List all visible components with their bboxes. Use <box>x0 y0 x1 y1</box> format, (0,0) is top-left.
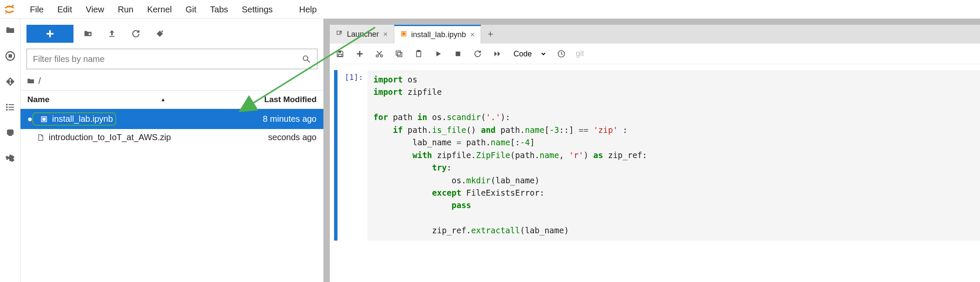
file-row[interactable]: introduction_to_IoT_at_AWS.zipseconds ag… <box>21 129 323 146</box>
main-area: Launcher×install_lab.ipynb× + Code git <box>324 19 980 282</box>
save-icon[interactable] <box>335 49 345 59</box>
svg-rect-14 <box>47 33 54 35</box>
svg-point-9 <box>6 106 8 108</box>
history-icon[interactable] <box>556 49 566 59</box>
file-list: ●install_lab.ipynb8 minutes agointroduct… <box>21 109 323 146</box>
svg-rect-38 <box>456 51 461 56</box>
cell-type-select[interactable]: Code <box>512 49 547 59</box>
svg-rect-35 <box>396 51 400 55</box>
running-icon[interactable] <box>5 50 16 62</box>
jupyterlab-app: FileEditViewRunKernelGitTabsSettingsHelp <box>0 0 980 282</box>
file-icon <box>36 133 45 142</box>
svg-rect-16 <box>88 34 91 35</box>
menu-edit[interactable]: Edit <box>50 0 79 19</box>
svg-line-19 <box>308 60 310 63</box>
git-sparkle-icon[interactable] <box>150 26 169 42</box>
new-launcher-button[interactable] <box>26 25 73 43</box>
cell-prompt: [1]: <box>337 70 367 241</box>
add-cell-icon[interactable] <box>355 49 365 59</box>
column-name[interactable]: Name <box>27 95 50 104</box>
tab-launcher[interactable]: Launcher× <box>330 25 394 44</box>
new-folder-icon[interactable] <box>79 26 97 42</box>
menu-git[interactable]: Git <box>179 0 203 19</box>
running-dot: ● <box>27 114 32 124</box>
file-name: install_lab.ipynb <box>52 114 113 124</box>
refresh-icon[interactable] <box>126 26 145 42</box>
svg-rect-12 <box>9 109 14 110</box>
notebook-toolbar: Code git <box>330 44 980 64</box>
external-link-icon <box>336 30 343 39</box>
svg-point-18 <box>303 56 308 61</box>
tab-label: Launcher <box>347 30 379 39</box>
new-tab-button[interactable]: + <box>481 25 500 44</box>
file-row[interactable]: ●install_lab.ipynb8 minutes ago <box>21 109 323 129</box>
menu-kernel[interactable]: Kernel <box>140 0 179 19</box>
code-cell[interactable]: [1]: import os import zipfile for path i… <box>334 70 980 241</box>
brain-icon[interactable] <box>5 127 16 138</box>
stop-icon[interactable] <box>453 49 463 59</box>
paste-icon[interactable] <box>414 49 424 59</box>
notebook[interactable]: [1]: import os import zipfile for path i… <box>330 64 980 282</box>
notebook-icon <box>39 115 49 124</box>
tab-label: install_lab.ipynb <box>411 30 466 39</box>
svg-rect-3 <box>9 54 12 58</box>
folder-icon[interactable] <box>5 25 16 36</box>
cell-code[interactable]: import os import zipfile for path in os.… <box>367 70 980 241</box>
svg-point-7 <box>6 104 8 106</box>
close-icon[interactable]: × <box>470 30 475 39</box>
file-name: introduction_to_IoT_at_AWS.zip <box>49 132 171 142</box>
svg-rect-8 <box>9 104 14 105</box>
jupyter-logo <box>3 3 15 15</box>
svg-rect-34 <box>398 52 402 56</box>
svg-rect-29 <box>357 53 363 54</box>
svg-rect-21 <box>43 118 45 120</box>
file-list-header: Name ▲ Last Modified <box>21 90 323 109</box>
close-icon[interactable]: × <box>383 30 388 39</box>
menu-view[interactable]: View <box>79 0 111 19</box>
breadcrumb[interactable]: / <box>21 73 323 90</box>
filter-input[interactable] <box>33 54 302 64</box>
upload-icon[interactable] <box>103 26 121 42</box>
svg-rect-27 <box>338 54 342 56</box>
menu-run[interactable]: Run <box>111 0 141 19</box>
svg-rect-26 <box>338 51 341 53</box>
filter-box[interactable] <box>26 49 317 69</box>
svg-rect-25 <box>402 32 405 35</box>
file-browser-toolbar <box>21 19 323 47</box>
tab-bar: Launcher×install_lab.ipynb× + <box>330 25 980 44</box>
git-icon[interactable] <box>5 76 16 87</box>
fast-forward-icon[interactable] <box>492 49 502 59</box>
menubar: FileEditViewRunKernelGitTabsSettingsHelp <box>0 0 980 19</box>
column-modified[interactable]: Last Modified <box>223 95 317 104</box>
menu-settings[interactable]: Settings <box>235 0 279 19</box>
svg-rect-37 <box>418 50 420 51</box>
menu-file[interactable]: File <box>23 0 50 19</box>
svg-point-0 <box>12 4 14 6</box>
file-modified: seconds ago <box>223 132 317 142</box>
search-icon <box>302 54 311 64</box>
copy-icon[interactable] <box>394 49 404 59</box>
notebook-icon <box>400 30 407 39</box>
git-toolbar-label[interactable]: git <box>576 49 584 58</box>
app-body: / Name ▲ Last Modified ●install_lab.ipyn… <box>0 19 980 282</box>
cell-run-indicator <box>334 70 337 241</box>
file-browser: / Name ▲ Last Modified ●install_lab.ipyn… <box>21 19 324 282</box>
svg-rect-10 <box>9 107 14 108</box>
extensions-icon[interactable] <box>5 153 16 164</box>
svg-point-1 <box>5 12 7 14</box>
activity-bar <box>0 19 21 282</box>
cut-icon[interactable] <box>374 49 384 59</box>
file-modified: 8 minutes ago <box>223 114 317 124</box>
sort-caret-icon[interactable]: ▲ <box>161 97 166 103</box>
svg-point-11 <box>6 109 8 111</box>
svg-rect-17 <box>109 36 115 37</box>
tab-install-lab-ipynb[interactable]: install_lab.ipynb× <box>394 25 481 44</box>
main-panel: Launcher×install_lab.ipynb× + Code git <box>330 25 980 282</box>
menu-help[interactable]: Help <box>292 0 323 19</box>
run-icon[interactable] <box>433 49 443 59</box>
menu-tabs[interactable]: Tabs <box>203 0 235 19</box>
restart-icon[interactable] <box>472 49 483 59</box>
folder-icon <box>26 77 35 85</box>
breadcrumb-root[interactable]: / <box>38 76 41 86</box>
toc-icon[interactable] <box>5 102 16 113</box>
